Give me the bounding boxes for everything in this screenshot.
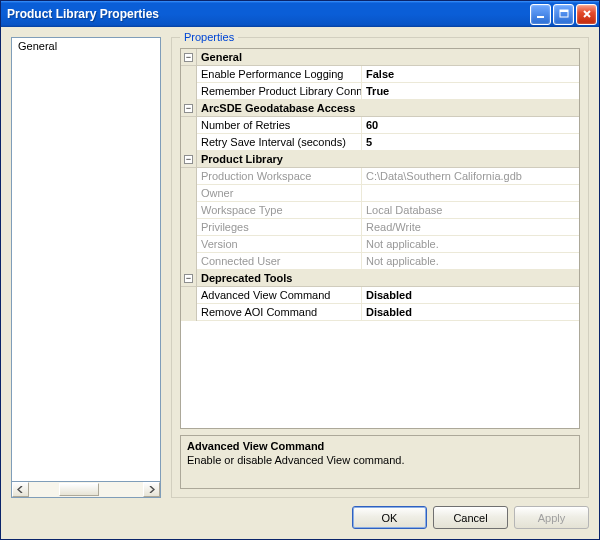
- property-value: Local Database: [362, 202, 579, 219]
- svg-rect-2: [560, 10, 568, 12]
- property-gutter: [181, 219, 197, 236]
- property-row[interactable]: PrivilegesRead/Write: [181, 219, 579, 236]
- chevron-left-icon: [17, 486, 24, 493]
- property-value[interactable]: False: [362, 66, 579, 83]
- property-category-row[interactable]: −Deprecated Tools: [181, 270, 579, 287]
- property-grid-rows: −GeneralEnable Performance LoggingFalseR…: [181, 49, 579, 428]
- property-row[interactable]: Remove AOI CommandDisabled: [181, 304, 579, 321]
- property-value: [362, 185, 579, 202]
- scroll-track[interactable]: [29, 482, 143, 497]
- chevron-right-icon: [148, 486, 155, 493]
- property-row[interactable]: Production WorkspaceC:\Data\Southern Cal…: [181, 168, 579, 185]
- category-label: ArcSDE Geodatabase Access: [197, 100, 579, 117]
- property-value[interactable]: Disabled: [362, 287, 579, 304]
- property-gutter: [181, 134, 197, 151]
- property-row[interactable]: Connected UserNot applicable.: [181, 253, 579, 270]
- property-gutter: [181, 185, 197, 202]
- property-gutter: [181, 168, 197, 185]
- maximize-button[interactable]: [553, 4, 574, 25]
- category-label: Product Library: [197, 151, 579, 168]
- property-category-row[interactable]: −Product Library: [181, 151, 579, 168]
- property-name[interactable]: Enable Performance Logging: [197, 66, 362, 83]
- category-label: General: [197, 49, 579, 66]
- close-button[interactable]: [576, 4, 597, 25]
- properties-groupbox: Properties −GeneralEnable Performance Lo…: [171, 37, 589, 498]
- property-description-title: Advanced View Command: [187, 440, 573, 452]
- minimize-icon: [536, 9, 546, 19]
- property-gutter: [181, 66, 197, 83]
- property-gutter: [181, 236, 197, 253]
- cancel-button[interactable]: Cancel: [433, 506, 508, 529]
- collapse-icon[interactable]: −: [184, 274, 193, 283]
- category-gutter: −: [181, 49, 197, 66]
- property-gutter: [181, 287, 197, 304]
- property-row[interactable]: Remember Product Library ConnectionTrue: [181, 83, 579, 100]
- close-icon: [582, 9, 592, 19]
- property-category-row[interactable]: −General: [181, 49, 579, 66]
- collapse-icon[interactable]: −: [184, 104, 193, 113]
- svg-rect-0: [537, 16, 544, 18]
- property-gutter: [181, 253, 197, 270]
- property-name[interactable]: Remember Product Library Connection: [197, 83, 362, 100]
- property-value[interactable]: 5: [362, 134, 579, 151]
- property-row[interactable]: Retry Save Interval (seconds)5: [181, 134, 579, 151]
- property-name[interactable]: Connected User: [197, 253, 362, 270]
- property-name[interactable]: Privileges: [197, 219, 362, 236]
- property-value: Read/Write: [362, 219, 579, 236]
- property-gutter: [181, 202, 197, 219]
- category-gutter: −: [181, 270, 197, 287]
- scroll-thumb[interactable]: [59, 483, 99, 496]
- property-name[interactable]: Advanced View Command: [197, 287, 362, 304]
- property-value: Not applicable.: [362, 236, 579, 253]
- property-name[interactable]: Number of Retries: [197, 117, 362, 134]
- property-name[interactable]: Production Workspace: [197, 168, 362, 185]
- property-value: Not applicable.: [362, 253, 579, 270]
- tree-hscrollbar[interactable]: [11, 481, 161, 498]
- property-name[interactable]: Workspace Type: [197, 202, 362, 219]
- collapse-icon[interactable]: −: [184, 53, 193, 62]
- category-label: Deprecated Tools: [197, 270, 579, 287]
- upper-panels: General Properties: [11, 37, 589, 498]
- groupbox-label: Properties: [180, 31, 238, 43]
- property-value[interactable]: True: [362, 83, 579, 100]
- titlebar[interactable]: Product Library Properties: [1, 1, 599, 27]
- maximize-icon: [559, 9, 569, 19]
- property-gutter: [181, 304, 197, 321]
- property-value[interactable]: Disabled: [362, 304, 579, 321]
- property-name[interactable]: Remove AOI Command: [197, 304, 362, 321]
- property-description-panel: Advanced View Command Enable or disable …: [180, 435, 580, 489]
- property-description-text: Enable or disable Advanced View command.: [187, 454, 573, 466]
- property-name[interactable]: Version: [197, 236, 362, 253]
- property-row[interactable]: Number of Retries60: [181, 117, 579, 134]
- property-gutter: [181, 117, 197, 134]
- property-value[interactable]: 60: [362, 117, 579, 134]
- property-name[interactable]: Retry Save Interval (seconds): [197, 134, 362, 151]
- property-row[interactable]: VersionNot applicable.: [181, 236, 579, 253]
- dialog-window: Product Library Properties General: [0, 0, 600, 540]
- tree-panel: General: [11, 37, 161, 498]
- apply-button[interactable]: Apply: [514, 506, 589, 529]
- scroll-right-button[interactable]: [143, 482, 160, 497]
- client-area: General Properties: [1, 27, 599, 539]
- scroll-left-button[interactable]: [12, 482, 29, 497]
- property-category-row[interactable]: −ArcSDE Geodatabase Access: [181, 100, 579, 117]
- titlebar-buttons: [530, 4, 597, 25]
- property-gutter: [181, 83, 197, 100]
- property-row[interactable]: Advanced View CommandDisabled: [181, 287, 579, 304]
- property-grid[interactable]: −GeneralEnable Performance LoggingFalseR…: [180, 48, 580, 429]
- minimize-button[interactable]: [530, 4, 551, 25]
- property-value: C:\Data\Southern California.gdb: [362, 168, 579, 185]
- tree-item-general[interactable]: General: [12, 38, 160, 54]
- collapse-icon[interactable]: −: [184, 155, 193, 164]
- ok-button[interactable]: OK: [352, 506, 427, 529]
- property-row[interactable]: Workspace TypeLocal Database: [181, 202, 579, 219]
- category-gutter: −: [181, 100, 197, 117]
- property-name[interactable]: Owner: [197, 185, 362, 202]
- property-row[interactable]: Enable Performance LoggingFalse: [181, 66, 579, 83]
- dialog-button-row: OK Cancel Apply: [11, 506, 589, 529]
- tree[interactable]: General: [11, 37, 161, 482]
- titlebar-title: Product Library Properties: [7, 7, 530, 21]
- category-gutter: −: [181, 151, 197, 168]
- property-row[interactable]: Owner: [181, 185, 579, 202]
